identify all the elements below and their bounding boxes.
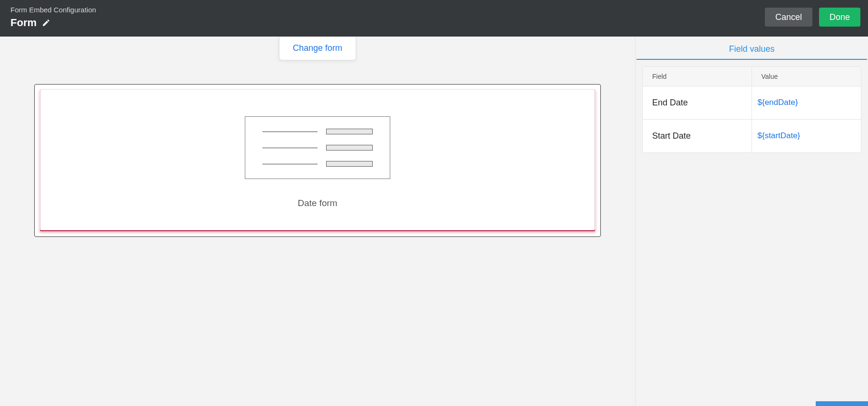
form-icon-input (326, 145, 373, 151)
table-row[interactable]: Start Date ${startDate} (643, 120, 861, 152)
table-header: Field Value (643, 67, 861, 86)
cancel-button[interactable]: Cancel (765, 8, 812, 27)
form-icon-row (262, 128, 373, 135)
header-actions: Cancel Done (765, 8, 860, 27)
form-preview-outer[interactable]: Date form (34, 84, 601, 237)
field-value-cell[interactable]: ${startDate} (752, 120, 861, 152)
field-name-cell: End Date (643, 86, 752, 119)
form-icon-line (262, 132, 318, 132)
bottom-accent-strip (816, 401, 868, 406)
edit-icon[interactable] (41, 18, 51, 28)
main-area: Change form (0, 37, 868, 406)
form-name-label: Date form (298, 198, 337, 208)
change-form-wrap: Change form (279, 37, 356, 60)
form-icon-input (326, 161, 373, 167)
right-panel: Field values Field Value End Date ${endD… (635, 37, 868, 406)
page-title: Form (10, 17, 37, 29)
field-values-table: Field Value End Date ${endDate} Start Da… (642, 66, 861, 153)
form-icon-line (262, 148, 318, 148)
form-icon-row (262, 161, 373, 167)
col-header-value: Value (752, 67, 861, 86)
table-row[interactable]: End Date ${endDate} (643, 86, 861, 120)
tab-field-values[interactable]: Field values (729, 44, 774, 54)
header-title-row: Form (10, 17, 96, 29)
change-form-button[interactable]: Change form (279, 37, 356, 60)
form-icon (245, 116, 390, 179)
form-icon-row (262, 144, 373, 151)
form-preview-card: Date form (39, 89, 596, 232)
form-icon-input (326, 129, 373, 134)
field-value-cell[interactable]: ${endDate} (752, 86, 861, 119)
col-header-field: Field (643, 67, 752, 86)
header-left: Form Embed Configuration Form (10, 4, 96, 29)
left-panel: Change form (0, 37, 635, 406)
header-bar: Form Embed Configuration Form Cancel Don… (0, 0, 868, 37)
form-icon-line (262, 164, 318, 164)
header-subtitle: Form Embed Configuration (10, 6, 96, 14)
right-tabs: Field values (637, 37, 867, 60)
field-name-cell: Start Date (643, 120, 752, 152)
done-button[interactable]: Done (819, 8, 860, 27)
